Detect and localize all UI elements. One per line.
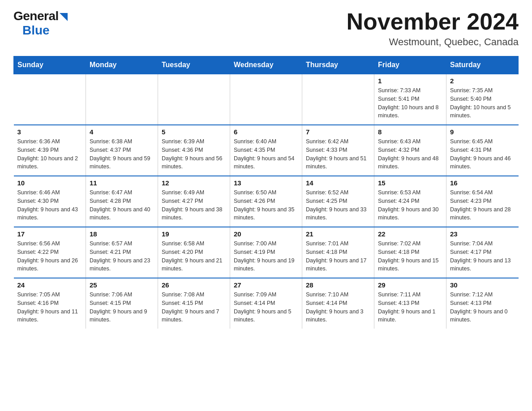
calendar-title-block: November 2024 Westmount, Quebec, Canada	[347, 9, 519, 48]
day-info: Sunrise: 6:46 AMSunset: 4:30 PMDaylight:…	[17, 188, 82, 222]
col-sunday: Sunday	[14, 56, 86, 74]
day-number: 23	[450, 230, 515, 238]
day-number: 30	[450, 281, 515, 289]
calendar-table: Sunday Monday Tuesday Wednesday Thursday…	[13, 56, 519, 329]
calendar-cell: 19Sunrise: 6:58 AMSunset: 4:20 PMDayligh…	[158, 227, 230, 278]
day-info: Sunrise: 6:57 AMSunset: 4:21 PMDaylight:…	[90, 240, 154, 273]
day-number: 16	[450, 179, 515, 187]
logo: General Blue	[13, 9, 68, 38]
calendar-cell: 22Sunrise: 7:02 AMSunset: 4:18 PMDayligh…	[374, 227, 446, 278]
calendar-cell: 12Sunrise: 6:49 AMSunset: 4:27 PMDayligh…	[158, 176, 230, 227]
day-number: 21	[306, 230, 370, 238]
day-number: 1	[378, 77, 442, 85]
header-row: Sunday Monday Tuesday Wednesday Thursday…	[14, 56, 519, 74]
calendar-cell: 28Sunrise: 7:10 AMSunset: 4:14 PMDayligh…	[302, 278, 374, 329]
day-number: 20	[234, 230, 298, 238]
day-info: Sunrise: 7:12 AMSunset: 4:13 PMDaylight:…	[450, 291, 515, 324]
day-number: 3	[17, 128, 82, 136]
day-info: Sunrise: 6:50 AMSunset: 4:26 PMDaylight:…	[234, 188, 298, 222]
calendar-body: 1Sunrise: 7:33 AMSunset: 5:41 PMDaylight…	[14, 74, 519, 329]
day-info: Sunrise: 6:53 AMSunset: 4:24 PMDaylight:…	[378, 188, 442, 222]
day-info: Sunrise: 6:58 AMSunset: 4:20 PMDaylight:…	[162, 240, 226, 273]
calendar-cell: 10Sunrise: 6:46 AMSunset: 4:30 PMDayligh…	[14, 176, 86, 227]
day-info: Sunrise: 6:42 AMSunset: 4:33 PMDaylight:…	[306, 137, 370, 171]
day-info: Sunrise: 6:45 AMSunset: 4:31 PMDaylight:…	[450, 137, 515, 171]
calendar-cell: 14Sunrise: 6:52 AMSunset: 4:25 PMDayligh…	[302, 176, 374, 227]
calendar-cell: 21Sunrise: 7:01 AMSunset: 4:18 PMDayligh…	[302, 227, 374, 278]
calendar-cell: 18Sunrise: 6:57 AMSunset: 4:21 PMDayligh…	[86, 227, 158, 278]
day-number: 6	[234, 128, 298, 136]
svg-marker-0	[60, 13, 68, 21]
calendar-week-5: 24Sunrise: 7:05 AMSunset: 4:16 PMDayligh…	[14, 278, 519, 329]
calendar-cell: 8Sunrise: 6:43 AMSunset: 4:32 PMDaylight…	[374, 125, 446, 176]
calendar-subtitle: Westmount, Quebec, Canada	[347, 36, 519, 48]
day-info: Sunrise: 7:06 AMSunset: 4:15 PMDaylight:…	[90, 291, 154, 324]
day-number: 2	[450, 77, 515, 85]
calendar-cell: 6Sunrise: 6:40 AMSunset: 4:35 PMDaylight…	[230, 125, 302, 176]
day-info: Sunrise: 6:43 AMSunset: 4:32 PMDaylight:…	[378, 137, 442, 171]
day-number: 9	[450, 128, 515, 136]
calendar-cell: 16Sunrise: 6:54 AMSunset: 4:23 PMDayligh…	[446, 176, 519, 227]
col-tuesday: Tuesday	[158, 56, 230, 74]
day-number: 14	[306, 179, 370, 187]
day-number: 25	[90, 281, 154, 289]
calendar-cell: 20Sunrise: 7:00 AMSunset: 4:19 PMDayligh…	[230, 227, 302, 278]
day-number: 7	[306, 128, 370, 136]
day-info: Sunrise: 7:35 AMSunset: 5:40 PMDaylight:…	[450, 86, 515, 120]
calendar-cell: 30Sunrise: 7:12 AMSunset: 4:13 PMDayligh…	[446, 278, 519, 329]
logo-blue-text: Blue	[22, 23, 50, 38]
day-info: Sunrise: 7:11 AMSunset: 4:13 PMDaylight:…	[378, 291, 442, 324]
calendar-cell: 13Sunrise: 6:50 AMSunset: 4:26 PMDayligh…	[230, 176, 302, 227]
col-saturday: Saturday	[446, 56, 519, 74]
calendar-cell: 4Sunrise: 6:38 AMSunset: 4:37 PMDaylight…	[86, 125, 158, 176]
day-number: 19	[162, 230, 226, 238]
day-info: Sunrise: 7:08 AMSunset: 4:15 PMDaylight:…	[162, 291, 226, 324]
calendar-cell: 5Sunrise: 6:39 AMSunset: 4:36 PMDaylight…	[158, 125, 230, 176]
calendar-cell: 11Sunrise: 6:47 AMSunset: 4:28 PMDayligh…	[86, 176, 158, 227]
day-number: 4	[90, 128, 154, 136]
calendar-title: November 2024	[347, 9, 519, 34]
logo-general-text: General	[13, 9, 59, 23]
day-info: Sunrise: 7:04 AMSunset: 4:17 PMDaylight:…	[450, 240, 515, 273]
day-number: 12	[162, 179, 226, 187]
calendar-cell	[302, 74, 374, 125]
logo-triangle-icon	[60, 13, 68, 21]
day-number: 27	[234, 281, 298, 289]
day-info: Sunrise: 7:09 AMSunset: 4:14 PMDaylight:…	[234, 291, 298, 324]
day-number: 11	[90, 179, 154, 187]
day-number: 29	[378, 281, 442, 289]
calendar-cell: 9Sunrise: 6:45 AMSunset: 4:31 PMDaylight…	[446, 125, 519, 176]
day-info: Sunrise: 7:33 AMSunset: 5:41 PMDaylight:…	[378, 86, 442, 120]
day-number: 8	[378, 128, 442, 136]
calendar-cell: 25Sunrise: 7:06 AMSunset: 4:15 PMDayligh…	[86, 278, 158, 329]
day-info: Sunrise: 6:56 AMSunset: 4:22 PMDaylight:…	[17, 240, 82, 273]
calendar-cell: 2Sunrise: 7:35 AMSunset: 5:40 PMDaylight…	[446, 74, 519, 125]
calendar-week-3: 10Sunrise: 6:46 AMSunset: 4:30 PMDayligh…	[14, 176, 519, 227]
calendar-cell	[230, 74, 302, 125]
day-info: Sunrise: 7:10 AMSunset: 4:14 PMDaylight:…	[306, 291, 370, 324]
calendar-cell: 23Sunrise: 7:04 AMSunset: 4:17 PMDayligh…	[446, 227, 519, 278]
calendar-cell	[86, 74, 158, 125]
col-wednesday: Wednesday	[230, 56, 302, 74]
day-number: 17	[17, 230, 82, 238]
day-number: 26	[162, 281, 226, 289]
calendar-cell: 3Sunrise: 6:36 AMSunset: 4:39 PMDaylight…	[14, 125, 86, 176]
day-info: Sunrise: 6:47 AMSunset: 4:28 PMDaylight:…	[90, 188, 154, 222]
day-info: Sunrise: 7:00 AMSunset: 4:19 PMDaylight:…	[234, 240, 298, 273]
day-number: 22	[378, 230, 442, 238]
col-thursday: Thursday	[302, 56, 374, 74]
day-info: Sunrise: 7:01 AMSunset: 4:18 PMDaylight:…	[306, 240, 370, 273]
day-number: 18	[90, 230, 154, 238]
day-info: Sunrise: 7:05 AMSunset: 4:16 PMDaylight:…	[17, 291, 82, 324]
calendar-cell: 26Sunrise: 7:08 AMSunset: 4:15 PMDayligh…	[158, 278, 230, 329]
day-info: Sunrise: 6:38 AMSunset: 4:37 PMDaylight:…	[90, 137, 154, 171]
calendar-cell: 29Sunrise: 7:11 AMSunset: 4:13 PMDayligh…	[374, 278, 446, 329]
calendar-week-4: 17Sunrise: 6:56 AMSunset: 4:22 PMDayligh…	[14, 227, 519, 278]
page-header: General Blue November 2024 Westmount, Qu…	[13, 9, 519, 48]
calendar-cell: 24Sunrise: 7:05 AMSunset: 4:16 PMDayligh…	[14, 278, 86, 329]
calendar-cell	[14, 74, 86, 125]
calendar-cell: 17Sunrise: 6:56 AMSunset: 4:22 PMDayligh…	[14, 227, 86, 278]
calendar-cell: 1Sunrise: 7:33 AMSunset: 5:41 PMDaylight…	[374, 74, 446, 125]
col-monday: Monday	[86, 56, 158, 74]
calendar-cell: 27Sunrise: 7:09 AMSunset: 4:14 PMDayligh…	[230, 278, 302, 329]
